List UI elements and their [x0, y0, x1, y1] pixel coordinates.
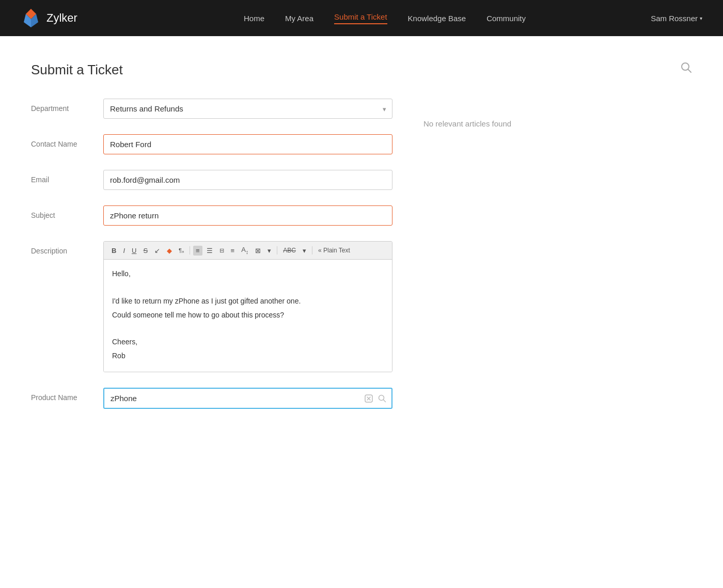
- navbar: Zylker Home My Area Submit a Ticket Know…: [0, 0, 723, 36]
- department-field: Returns and Refunds Returns and Refunds …: [103, 99, 392, 119]
- nav-community[interactable]: Community: [486, 14, 526, 23]
- subject-row: Subject: [31, 205, 392, 226]
- product-name-field: [103, 388, 392, 409]
- desc-line3: Could someone tell me how to go about th…: [112, 309, 384, 321]
- toolbar-align-left[interactable]: ≡: [193, 246, 202, 256]
- toolbar-color[interactable]: ◆: [164, 246, 175, 256]
- product-name-row: Product Name: [31, 388, 392, 409]
- page-title: Submit a Ticket: [31, 62, 692, 78]
- user-dropdown-arrow: ▾: [700, 15, 702, 21]
- toolbar-underline[interactable]: U: [129, 246, 139, 256]
- toolbar-align-center[interactable]: ≡: [228, 246, 238, 256]
- toolbar-format1[interactable]: ↙: [152, 246, 163, 256]
- toolbar-list[interactable]: ☰: [204, 246, 215, 256]
- description-row: Description B I U S ↙ ◆ ¶ₐ ≡: [31, 241, 392, 372]
- email-field: [103, 170, 392, 190]
- product-search-icon: [378, 394, 386, 403]
- toolbar-plain-text[interactable]: « Plain Text: [316, 246, 353, 255]
- nav-my-area[interactable]: My Area: [285, 14, 313, 23]
- product-input-wrapper: [103, 388, 392, 409]
- product-search-btn[interactable]: [377, 393, 387, 404]
- subject-field: [103, 205, 392, 226]
- search-icon[interactable]: [681, 62, 692, 76]
- contact-name-row: Contact Name: [31, 134, 392, 154]
- product-clear-btn[interactable]: [364, 393, 374, 404]
- page-container: Submit a Ticket Department Returns and R…: [0, 36, 723, 588]
- product-name-label: Product Name: [31, 388, 93, 403]
- desc-line4: Cheers,: [112, 336, 384, 347]
- desc-blank: [112, 282, 384, 293]
- brand-name: Zylker: [46, 11, 77, 25]
- product-icons: [364, 393, 387, 404]
- email-input[interactable]: [103, 170, 392, 190]
- contact-name-input[interactable]: [103, 134, 392, 154]
- clear-icon: [365, 394, 373, 403]
- toolbar-abc-drop[interactable]: ▾: [300, 246, 309, 256]
- toolbar-strikethrough[interactable]: S: [140, 246, 150, 256]
- toolbar-bold[interactable]: B: [109, 246, 119, 256]
- nav-links: Home My Area Submit a Ticket Knowledge B…: [119, 12, 651, 24]
- sidebar-section: No relevant articles found: [423, 99, 692, 424]
- toolbar-abc[interactable]: ABC: [280, 246, 298, 255]
- form-section: Department Returns and Refunds Returns a…: [31, 99, 392, 424]
- contact-name-label: Contact Name: [31, 134, 93, 150]
- brand-logo: [21, 8, 41, 28]
- toolbar-sep1: [190, 246, 190, 255]
- toolbar-para[interactable]: ¶ₐ: [176, 246, 186, 255]
- subject-input[interactable]: [103, 205, 392, 226]
- toolbar-image[interactable]: ⊠: [253, 246, 263, 256]
- toolbar-dropdown[interactable]: ▾: [265, 246, 274, 256]
- email-row: Email: [31, 170, 392, 190]
- nav-user[interactable]: Sam Rossner ▾: [651, 14, 702, 23]
- nav-knowledge-base[interactable]: Knowledge Base: [408, 14, 466, 23]
- toolbar-outdent[interactable]: ⊟: [217, 246, 227, 255]
- form-layout: Department Returns and Refunds Returns a…: [31, 99, 692, 424]
- no-articles-text: No relevant articles found: [423, 119, 692, 128]
- product-name-input[interactable]: [103, 388, 392, 409]
- nav-home[interactable]: Home: [244, 14, 264, 23]
- department-row: Department Returns and Refunds Returns a…: [31, 99, 392, 119]
- svg-line-5: [688, 70, 691, 73]
- subject-label: Subject: [31, 205, 93, 221]
- department-select-wrapper: Returns and Refunds Returns and Refunds …: [103, 99, 392, 119]
- toolbar-sep2: [277, 246, 277, 255]
- editor-body[interactable]: Hello, I'd like to return my zPhone as I…: [104, 260, 392, 372]
- description-label: Description: [31, 241, 93, 257]
- toolbar-font-size[interactable]: A↕: [239, 245, 251, 256]
- desc-blank2: [112, 323, 384, 334]
- description-field: B I U S ↙ ◆ ¶ₐ ≡ ☰ ⊟ ≡ A↕: [103, 241, 392, 372]
- department-label: Department: [31, 99, 93, 114]
- desc-line2: I'd like to return my zPhone as I just g…: [112, 295, 384, 307]
- toolbar-italic[interactable]: I: [120, 246, 128, 256]
- description-editor: B I U S ↙ ◆ ¶ₐ ≡ ☰ ⊟ ≡ A↕: [103, 241, 392, 372]
- editor-toolbar: B I U S ↙ ◆ ¶ₐ ≡ ☰ ⊟ ≡ A↕: [104, 242, 392, 260]
- nav-submit-ticket[interactable]: Submit a Ticket: [334, 12, 387, 24]
- department-select[interactable]: Returns and Refunds Returns and Refunds: [103, 99, 392, 119]
- brand[interactable]: Zylker: [21, 8, 77, 28]
- svg-line-10: [384, 400, 386, 402]
- contact-name-field: [103, 134, 392, 154]
- toolbar-sep3: [312, 246, 312, 255]
- email-label: Email: [31, 170, 93, 185]
- desc-line5: Rob: [112, 350, 384, 361]
- desc-line1: Hello,: [112, 268, 384, 279]
- nav-user-name: Sam Rossner: [651, 14, 698, 23]
